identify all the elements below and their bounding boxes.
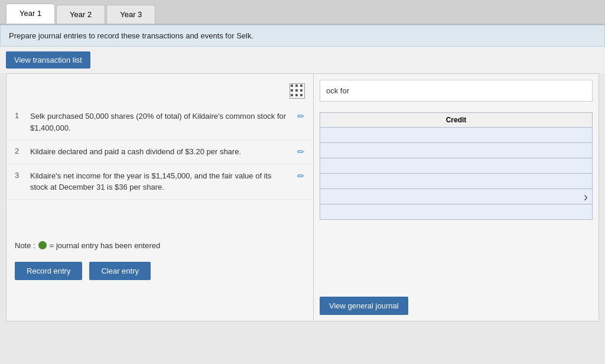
green-dot-icon bbox=[38, 241, 47, 249]
credit-input-2[interactable] bbox=[320, 143, 592, 158]
clear-entry-button[interactable]: Clear entry bbox=[89, 262, 151, 280]
edit-icon-2[interactable]: ✏ bbox=[297, 146, 305, 157]
credit-input-5[interactable] bbox=[320, 189, 592, 204]
tx-num-3: 3 bbox=[15, 170, 25, 180]
table-row bbox=[320, 143, 593, 158]
view-general-journal-button[interactable]: View general journal bbox=[320, 297, 408, 315]
transaction-item-1: 1 Selk purchased 50,000 shares (20% of t… bbox=[6, 105, 313, 140]
table-row bbox=[320, 189, 593, 204]
table-cell bbox=[320, 128, 593, 143]
table-row bbox=[320, 128, 593, 143]
instruction-bar: Prepare journal entries to record these … bbox=[0, 25, 605, 47]
instruction-text: Prepare journal entries to record these … bbox=[9, 31, 253, 40]
credit-input-6[interactable] bbox=[320, 204, 592, 219]
credit-input-4[interactable] bbox=[320, 174, 592, 188]
transaction-item-3: 3 Kildaire's net income for the year is … bbox=[6, 164, 313, 200]
view-transaction-button[interactable]: View transaction list bbox=[6, 51, 90, 69]
action-buttons: Record entry Clear entry bbox=[6, 256, 313, 286]
credit-header: Credit bbox=[320, 113, 593, 128]
note-text: = journal entry has been entered bbox=[50, 241, 161, 250]
right-panel: ock for Credit bbox=[314, 74, 599, 321]
table-cell bbox=[320, 143, 593, 158]
top-icon-row bbox=[6, 80, 313, 105]
table-row bbox=[320, 158, 593, 174]
table-row bbox=[320, 204, 593, 220]
table-cell bbox=[320, 204, 593, 220]
left-section: 1 Selk purchased 50,000 shares (20% of t… bbox=[6, 80, 313, 286]
tab-year3[interactable]: Year 3 bbox=[106, 5, 155, 24]
edit-icon-3[interactable]: ✏ bbox=[297, 170, 305, 181]
table-cell bbox=[320, 158, 593, 174]
main-area: 1 Selk purchased 50,000 shares (20% of t… bbox=[6, 73, 599, 321]
tx-text-1: Selk purchased 50,000 shares (20% of tot… bbox=[30, 110, 291, 134]
partial-text: ock for bbox=[326, 86, 349, 95]
tx-num-1: 1 bbox=[15, 110, 25, 120]
table-row bbox=[320, 174, 593, 189]
bottom-button-area: View general journal bbox=[320, 287, 593, 315]
popup-box: ock for bbox=[320, 80, 593, 102]
tab-year1[interactable]: Year 1 bbox=[6, 4, 55, 24]
credit-input-3[interactable] bbox=[320, 158, 592, 173]
transaction-item-2: 2 Kildaire declared and paid a cash divi… bbox=[6, 140, 313, 164]
tabs-bar: Year 1 Year 2 Year 3 bbox=[0, 0, 605, 25]
table-cell bbox=[320, 189, 593, 204]
record-entry-button[interactable]: Record entry bbox=[15, 262, 82, 280]
journal-table: Credit bbox=[320, 112, 593, 220]
tx-text-3: Kildaire's net income for the year is $1… bbox=[30, 170, 291, 193]
chevron-right-icon[interactable]: › bbox=[584, 190, 588, 205]
tx-text-2: Kildaire declared and paid a cash divide… bbox=[30, 146, 291, 158]
table-cell bbox=[320, 174, 593, 189]
edit-icon-1[interactable]: ✏ bbox=[297, 110, 305, 122]
note-prefix: Note : bbox=[15, 241, 35, 250]
note-bar: Note : = journal entry has been entered bbox=[6, 235, 313, 256]
grid-icon[interactable] bbox=[290, 83, 305, 99]
tab-year2[interactable]: Year 2 bbox=[56, 5, 105, 24]
right-inner: ock for Credit bbox=[320, 80, 593, 315]
left-panel: 1 Selk purchased 50,000 shares (20% of t… bbox=[6, 74, 314, 321]
tx-num-2: 2 bbox=[15, 146, 25, 155]
credit-input-1[interactable] bbox=[320, 128, 592, 142]
